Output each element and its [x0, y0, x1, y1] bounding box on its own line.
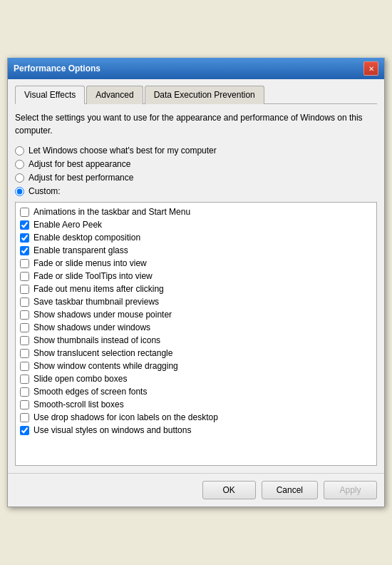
dialog-title: Performance Options — [14, 63, 100, 73]
list-item[interactable]: Show shadows under mouse pointer — [16, 308, 376, 321]
radio-best-appearance-label: Adjust for best appearance — [29, 159, 130, 169]
cb-smooth-edges-label: Smooth edges of screen fonts — [33, 387, 147, 397]
cb-shadows-windows-label: Show shadows under windows — [33, 322, 150, 332]
cb-window-contents[interactable] — [20, 362, 29, 371]
performance-options-dialog: Performance Options ✕ Visual Effects Adv… — [7, 58, 385, 507]
title-bar: Performance Options ✕ — [8, 58, 384, 79]
close-button[interactable]: ✕ — [363, 61, 378, 76]
list-item[interactable]: Slide open combo boxes — [16, 372, 376, 385]
list-item[interactable]: Fade or slide ToolTips into view — [16, 270, 376, 282]
list-item[interactable]: Animations in the taskbar and Start Menu — [16, 205, 376, 218]
cb-smooth-scroll-label: Smooth-scroll list boxes — [33, 399, 124, 409]
cb-transparent-glass-label: Enable transparent glass — [33, 245, 128, 255]
cb-fade-slide-menus[interactable] — [20, 259, 29, 268]
list-item[interactable]: Smooth edges of screen fonts — [16, 385, 376, 398]
radio-custom-label: Custom: — [29, 186, 61, 196]
cb-translucent-selection[interactable] — [20, 349, 29, 358]
radio-option-windows-choose[interactable]: Let Windows choose what's best for my co… — [15, 146, 377, 156]
cb-fade-menu-items[interactable] — [20, 285, 29, 294]
cb-visual-styles[interactable] — [20, 426, 29, 435]
cb-thumbnails-icons-label: Show thumbnails instead of icons — [33, 335, 160, 345]
cb-translucent-selection-label: Show translucent selection rectangle — [33, 348, 172, 358]
list-item[interactable]: Use drop shadows for icon labels on the … — [16, 411, 376, 424]
radio-option-custom[interactable]: Custom: — [15, 186, 377, 196]
list-item[interactable]: Show window contents while dragging — [16, 360, 376, 372]
list-item[interactable]: Show shadows under windows — [16, 321, 376, 334]
dialog-buttons: OK Cancel Apply — [8, 473, 384, 507]
visual-effects-radio-group: Let Windows choose what's best for my co… — [15, 146, 377, 196]
tab-bar: Visual Effects Advanced Data Execution P… — [15, 85, 377, 104]
cancel-button[interactable]: Cancel — [262, 481, 318, 499]
list-item[interactable]: Fade or slide menus into view — [16, 257, 376, 270]
cb-fade-slide-menus-label: Fade or slide menus into view — [33, 258, 147, 268]
cb-slide-combo-label: Slide open combo boxes — [33, 374, 127, 384]
ok-button[interactable]: OK — [202, 481, 256, 499]
list-item[interactable]: Save taskbar thumbnail previews — [16, 295, 376, 308]
title-bar-controls: ✕ — [363, 61, 378, 76]
radio-option-best-appearance[interactable]: Adjust for best appearance — [15, 159, 377, 169]
radio-best-performance-label: Adjust for best performance — [29, 173, 133, 183]
cb-animations-taskbar[interactable] — [20, 208, 29, 217]
radio-windows-choose[interactable] — [15, 146, 24, 156]
cb-animations-taskbar-label: Animations in the taskbar and Start Menu — [33, 207, 190, 217]
radio-best-performance[interactable] — [15, 173, 24, 183]
cb-desktop-composition[interactable] — [20, 233, 29, 243]
checkbox-list: Animations in the taskbar and Start Menu… — [16, 203, 376, 465]
list-item[interactable]: Use visual styles on windows and buttons — [16, 424, 376, 437]
cb-slide-combo[interactable] — [20, 375, 29, 384]
tab-dep[interactable]: Data Execution Prevention — [145, 86, 264, 104]
cb-fade-menu-items-label: Fade out menu items after clicking — [33, 284, 164, 294]
apply-button[interactable]: Apply — [324, 481, 377, 499]
cb-aero-peek[interactable] — [20, 220, 29, 230]
list-item[interactable]: Smooth-scroll list boxes — [16, 398, 376, 411]
cb-smooth-edges[interactable] — [20, 387, 29, 397]
radio-custom[interactable] — [15, 187, 24, 196]
checkbox-list-container: Animations in the taskbar and Start Menu… — [15, 202, 377, 466]
list-item[interactable]: Enable Aero Peek — [16, 218, 376, 231]
radio-best-appearance[interactable] — [15, 160, 24, 169]
cb-drop-shadows-icons-label: Use drop shadows for icon labels on the … — [33, 412, 218, 422]
cb-taskbar-thumbnails-label: Save taskbar thumbnail previews — [33, 297, 159, 307]
cb-drop-shadows-icons[interactable] — [20, 413, 29, 422]
cb-thumbnails-icons[interactable] — [20, 336, 29, 345]
description-text: Select the settings you want to use for … — [15, 111, 377, 137]
cb-shadows-windows[interactable] — [20, 323, 29, 332]
cb-shadows-mouse-label: Show shadows under mouse pointer — [33, 310, 172, 320]
radio-windows-choose-label: Let Windows choose what's best for my co… — [29, 146, 217, 156]
cb-transparent-glass[interactable] — [20, 246, 29, 255]
list-item[interactable]: Show thumbnails instead of icons — [16, 334, 376, 347]
cb-aero-peek-label: Enable Aero Peek — [33, 220, 102, 230]
cb-taskbar-thumbnails[interactable] — [20, 297, 29, 307]
list-item[interactable]: Enable desktop composition — [16, 231, 376, 244]
cb-smooth-scroll[interactable] — [20, 400, 29, 409]
cb-window-contents-label: Show window contents while dragging — [33, 361, 178, 371]
cb-desktop-composition-label: Enable desktop composition — [33, 233, 140, 243]
dialog-content: Visual Effects Advanced Data Execution P… — [8, 79, 384, 473]
radio-option-best-performance[interactable]: Adjust for best performance — [15, 173, 377, 183]
cb-shadows-mouse[interactable] — [20, 310, 29, 320]
cb-visual-styles-label: Use visual styles on windows and buttons — [33, 425, 191, 435]
list-item[interactable]: Enable transparent glass — [16, 244, 376, 257]
list-item[interactable]: Show translucent selection rectangle — [16, 347, 376, 360]
list-item[interactable]: Fade out menu items after clicking — [16, 282, 376, 295]
tab-advanced[interactable]: Advanced — [86, 86, 143, 104]
tab-visual-effects[interactable]: Visual Effects — [15, 86, 85, 104]
cb-fade-tooltips-label: Fade or slide ToolTips into view — [33, 271, 153, 281]
cb-fade-tooltips[interactable] — [20, 272, 29, 281]
